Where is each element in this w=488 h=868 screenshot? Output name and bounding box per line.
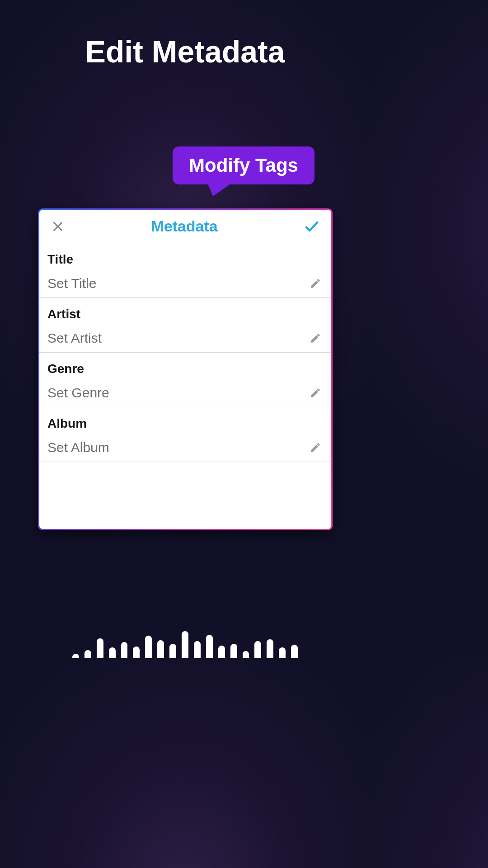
title-input[interactable]	[47, 276, 308, 291]
field-label-title: Title	[47, 252, 323, 267]
waveform-bar	[182, 631, 188, 658]
waveform-bar	[169, 644, 176, 658]
waveform-bar	[230, 644, 237, 658]
page-title: Edit Metadata	[0, 34, 370, 69]
waveform-bar	[218, 646, 225, 658]
field-label-genre: Genre	[47, 362, 323, 376]
artist-input[interactable]	[47, 330, 308, 346]
field-album: Album	[39, 407, 331, 462]
metadata-card-header: Metadata	[39, 210, 331, 243]
waveform-bar	[254, 641, 261, 658]
field-label-artist: Artist	[47, 307, 323, 321]
album-input[interactable]	[47, 440, 308, 455]
waveform-decoration	[0, 628, 370, 658]
waveform-bar	[243, 651, 249, 658]
waveform-bar	[109, 647, 116, 658]
metadata-card: Metadata Title Artist	[38, 208, 333, 530]
metadata-header-title: Metadata	[151, 217, 217, 235]
close-button[interactable]	[49, 218, 66, 235]
modify-tags-tooltip: Modify Tags	[173, 146, 314, 184]
waveform-bar	[121, 642, 128, 658]
field-title: Title	[39, 243, 331, 298]
field-genre: Genre	[39, 353, 331, 407]
edit-title-button[interactable]	[308, 276, 323, 291]
edit-artist-button[interactable]	[308, 330, 323, 346]
close-icon	[52, 220, 64, 233]
waveform-bar	[157, 640, 164, 658]
waveform-bar	[97, 638, 103, 658]
waveform-bar	[267, 639, 273, 658]
genre-input[interactable]	[47, 385, 308, 401]
pencil-icon	[310, 442, 321, 453]
waveform-bar	[72, 654, 79, 658]
waveform-bar	[145, 636, 152, 658]
field-artist: Artist	[39, 298, 331, 353]
edit-album-button[interactable]	[308, 440, 323, 455]
waveform-bar	[84, 650, 91, 658]
waveform-bar	[194, 641, 201, 658]
waveform-bar	[206, 635, 213, 658]
pencil-icon	[310, 278, 321, 289]
waveform-bar	[279, 647, 286, 658]
edit-genre-button[interactable]	[308, 385, 323, 401]
check-icon	[304, 218, 320, 235]
confirm-button[interactable]	[302, 217, 321, 236]
waveform-bar	[133, 646, 140, 658]
field-label-album: Album	[47, 416, 323, 431]
pencil-icon	[310, 332, 321, 344]
pencil-icon	[310, 387, 321, 399]
waveform-bar	[291, 645, 298, 658]
